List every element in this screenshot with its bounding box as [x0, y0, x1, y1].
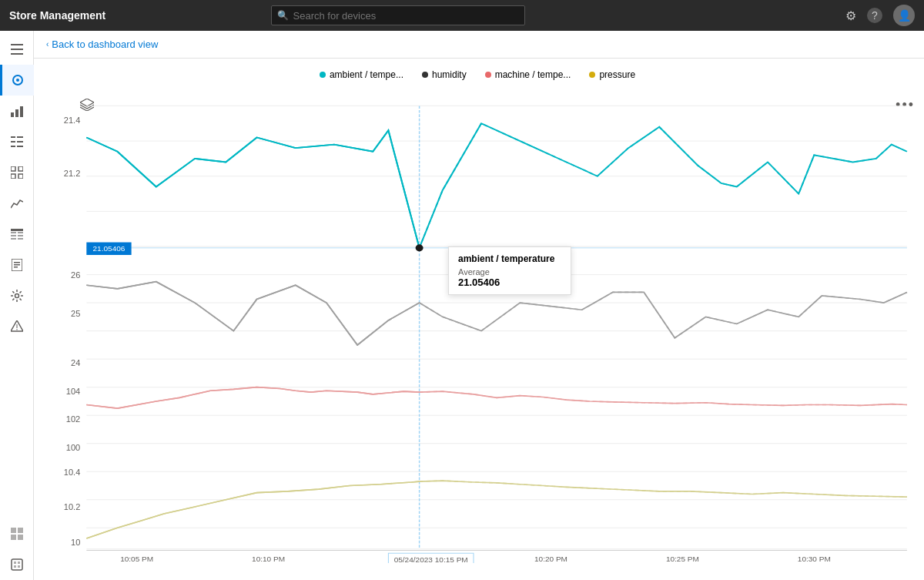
svg-text:21.2: 21.2 [64, 169, 81, 177]
sidebar-item-grid3[interactable] [0, 518, 34, 549]
legend-dot-ambient [320, 72, 326, 78]
legend-item-humidity: humidity [422, 69, 467, 80]
svg-rect-7 [20, 106, 23, 117]
svg-rect-10 [11, 141, 15, 142]
sidebar-item-bottom2[interactable] [0, 549, 34, 580]
back-bar: ‹ Back to dashboard view [34, 31, 924, 59]
svg-rect-2 [11, 53, 23, 55]
svg-text:10:30 PM: 10:30 PM [798, 555, 831, 563]
svg-rect-36 [12, 559, 22, 570]
legend-item-pressure: pressure [589, 69, 635, 80]
back-button[interactable]: ‹ Back to dashboard view [46, 39, 158, 50]
svg-point-4 [16, 79, 19, 82]
svg-rect-23 [11, 238, 16, 240]
app-title: Store Management [9, 9, 105, 22]
svg-rect-18 [11, 229, 23, 231]
svg-rect-34 [11, 535, 16, 540]
content-area: ‹ Back to dashboard view ambient / tempe… [34, 31, 924, 580]
sidebar-item-menu[interactable] [0, 34, 34, 65]
svg-text:104: 104 [66, 387, 81, 395]
settings-icon[interactable]: ⚙ [845, 8, 856, 23]
topbar: Store Management 🔍 ⚙ ? 👤 [0, 0, 924, 31]
topbar-right: ⚙ ? 👤 [845, 5, 915, 26]
sidebar-item-analytics[interactable] [0, 96, 34, 126]
svg-rect-0 [11, 44, 23, 45]
svg-rect-40 [18, 565, 20, 568]
svg-rect-31 [16, 329, 17, 330]
svg-text:21.4: 21.4 [64, 116, 81, 125]
svg-text:21.05406: 21.05406 [93, 245, 126, 253]
svg-rect-24 [18, 238, 23, 240]
svg-text:10:10 PM: 10:10 PM [252, 555, 285, 563]
legend-label-humidity: humidity [432, 69, 467, 80]
help-icon[interactable]: ? [867, 8, 882, 23]
svg-rect-22 [18, 235, 23, 236]
svg-text:10:05 PM: 10:05 PM [120, 555, 153, 563]
legend-dot-pressure [589, 72, 595, 78]
svg-text:24: 24 [71, 359, 80, 367]
user-icon[interactable]: 👤 [893, 5, 915, 26]
svg-rect-37 [14, 562, 16, 564]
main-layout: ‹ Back to dashboard view ambient / tempe… [0, 31, 924, 580]
svg-rect-20 [18, 232, 23, 233]
back-label: Back to dashboard view [52, 39, 158, 50]
legend-item-machine: machine / tempe... [485, 69, 571, 80]
svg-text:100: 100 [66, 443, 81, 451]
search-container: 🔍 [271, 5, 525, 25]
svg-rect-21 [11, 235, 16, 236]
svg-rect-19 [11, 232, 16, 233]
svg-rect-15 [18, 166, 23, 171]
svg-rect-11 [17, 141, 23, 142]
sidebar-item-list[interactable] [0, 126, 34, 157]
intersection-dot [416, 244, 424, 251]
search-input[interactable] [271, 5, 525, 25]
chart-svg-container: 21.4 21.2 26 25 24 104 102 100 10.4 10.2… [40, 85, 915, 563]
legend-label-ambient: ambient / tempe... [330, 69, 403, 80]
svg-rect-13 [17, 146, 23, 147]
legend-dot-machine [485, 72, 491, 78]
sidebar-bottom [0, 518, 34, 580]
sidebar-item-table[interactable] [0, 219, 34, 250]
svg-rect-39 [14, 565, 16, 568]
sidebar-item-grid[interactable] [0, 157, 34, 188]
legend-label-machine: machine / tempe... [495, 69, 571, 80]
svg-text:10: 10 [71, 538, 80, 547]
svg-text:05/24/2023 10:15 PM: 05/24/2023 10:15 PM [394, 556, 468, 563]
svg-rect-38 [18, 562, 20, 564]
search-icon: 🔍 [277, 10, 289, 21]
svg-point-29 [15, 294, 18, 298]
svg-rect-16 [11, 174, 15, 179]
svg-text:26: 26 [71, 271, 80, 280]
sidebar-item-docs[interactable] [0, 250, 34, 280]
chart-svg: 21.4 21.2 26 25 24 104 102 100 10.4 10.2… [40, 85, 915, 563]
sidebar [0, 31, 34, 580]
svg-text:10:20 PM: 10:20 PM [534, 555, 567, 563]
svg-rect-26 [14, 262, 20, 263]
svg-rect-32 [11, 528, 16, 533]
svg-text:10.4: 10.4 [64, 468, 81, 476]
svg-rect-17 [18, 174, 23, 179]
svg-rect-9 [17, 136, 23, 138]
svg-text:102: 102 [66, 415, 81, 424]
svg-rect-35 [18, 535, 23, 540]
svg-rect-12 [11, 146, 15, 147]
svg-rect-33 [18, 528, 23, 533]
sidebar-item-settings2[interactable] [0, 280, 34, 311]
svg-text:10:25 PM: 10:25 PM [666, 555, 699, 563]
sidebar-item-dashboard[interactable] [0, 65, 34, 96]
chart-legend: ambient / tempe... humidity machine / te… [40, 65, 915, 85]
svg-text:10.2: 10.2 [64, 503, 81, 511]
svg-rect-5 [11, 112, 14, 117]
svg-rect-28 [14, 267, 18, 268]
sidebar-item-chart[interactable] [0, 188, 34, 219]
svg-rect-30 [16, 324, 17, 328]
legend-item-ambient: ambient / tempe... [320, 69, 403, 80]
chart-area: ambient / tempe... humidity machine / te… [34, 59, 924, 580]
svg-rect-6 [15, 109, 18, 117]
back-chevron-icon: ‹ [46, 40, 49, 49]
svg-rect-1 [11, 49, 23, 50]
sidebar-item-alerts[interactable] [0, 311, 34, 342]
legend-dot-humidity [422, 72, 428, 78]
svg-rect-14 [11, 166, 15, 171]
svg-rect-27 [14, 264, 20, 266]
